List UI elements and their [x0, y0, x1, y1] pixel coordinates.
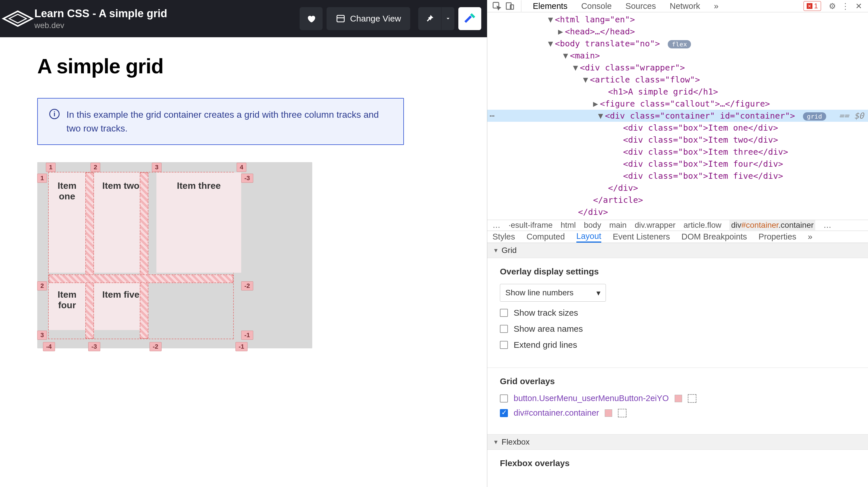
subtabs-overflow-button[interactable]: »	[808, 231, 812, 243]
header-titles: Learn CSS - A simple grid web.dev	[34, 7, 296, 30]
codepen-header: Learn CSS - A simple grid web.dev Change…	[0, 0, 487, 37]
overlay-checkbox[interactable]	[500, 409, 508, 417]
grid-line-label: 3	[152, 163, 161, 172]
devtools-top-bar: Elements Console Sources Network » ✕1 ⚙ …	[487, 0, 868, 12]
tab-console[interactable]: Console	[575, 0, 618, 12]
layout-icon	[336, 14, 345, 24]
check-area-names[interactable]: Show area names	[500, 324, 856, 334]
dom-node-selected[interactable]: ⋯ ▼<div class="container" id="container"…	[487, 110, 868, 122]
flexbox-section-header[interactable]: ▼Flexbox	[487, 434, 868, 450]
grid-gap-overlay	[140, 173, 148, 339]
grid-cell[interactable]: Item three	[156, 173, 241, 273]
dom-node[interactable]: <div class="box">Item five</div>	[487, 170, 868, 182]
pin-button[interactable]	[418, 7, 441, 30]
breadcrumb-item[interactable]: …	[823, 220, 831, 230]
color-swatch[interactable]	[675, 395, 682, 402]
tab-sources[interactable]: Sources	[619, 0, 662, 12]
breadcrumb-item[interactable]: ·esult-iframe	[508, 220, 553, 230]
callout-box: i In this example the grid container cre…	[37, 98, 404, 145]
grid-overlays-panel: Grid overlays button.UserMenu_userMenuBu…	[487, 368, 868, 434]
dom-node[interactable]: ▼<main>	[487, 50, 868, 62]
overlay-checkbox[interactable]	[500, 394, 508, 402]
grid-cell[interactable]: Item four	[49, 281, 85, 330]
dom-node[interactable]: ▼<html lang="en">	[487, 13, 868, 26]
breadcrumb-item[interactable]: div.wrapper	[634, 220, 676, 230]
highlight-icon[interactable]	[618, 409, 626, 417]
breadcrumb-item[interactable]: html	[561, 220, 576, 230]
dom-node[interactable]: ▶<figure class="callout">…</figure>	[487, 98, 868, 110]
subtab-properties[interactable]: Properties	[758, 231, 796, 243]
grid-line-label: 2	[91, 163, 100, 172]
overlay-display-settings: Overlay display settings Show line numbe…	[487, 258, 868, 368]
page-author[interactable]: web.dev	[34, 21, 296, 30]
flexbox-section-label: Flexbox	[502, 437, 530, 447]
select-value: Show line numbers	[505, 288, 574, 297]
checkbox[interactable]	[500, 309, 508, 317]
grid-badge[interactable]: grid	[803, 112, 826, 121]
error-count-badge[interactable]: ✕1	[804, 1, 821, 11]
tabs-overflow-button[interactable]: »	[708, 0, 725, 12]
checkbox[interactable]	[500, 325, 508, 333]
heart-button[interactable]	[300, 7, 322, 30]
dom-tree[interactable]: ▼<html lang="en"> ▶<head>…</head> ▼<body…	[487, 12, 868, 220]
dom-node[interactable]: <div class="box">Item one</div>	[487, 122, 868, 134]
dom-node[interactable]: </article>	[487, 194, 868, 206]
line-numbers-select[interactable]: Show line numbers ▾	[500, 284, 606, 302]
dom-node[interactable]: ▼<div class="wrapper">	[487, 62, 868, 73]
dom-node[interactable]: </div>	[487, 206, 868, 218]
dom-breadcrumb[interactable]: … ·esult-iframe html body main div.wrapp…	[487, 220, 868, 231]
styles-subtabs: Styles Computed Layout Event Listeners D…	[487, 231, 868, 243]
tab-elements[interactable]: Elements	[527, 0, 574, 12]
highlight-icon[interactable]	[688, 394, 696, 403]
pin-menu-button[interactable]	[441, 7, 454, 30]
devtools-panel: Elements Console Sources Network » ✕1 ⚙ …	[487, 0, 868, 487]
dom-node[interactable]: </div>	[487, 182, 868, 194]
grid-demo-container[interactable]: Item one Item two Item three Item four I…	[37, 162, 312, 348]
dom-node[interactable]: <h1>A simple grid</h1>	[487, 86, 868, 98]
flex-badge[interactable]: flex	[668, 40, 691, 49]
grid-line-label: 4	[237, 163, 246, 172]
subtab-dom-breakpoints[interactable]: DOM Breakpoints	[682, 231, 747, 243]
overlay-item: div#container.container	[500, 408, 856, 418]
overlay-name[interactable]: button.UserMenu_userMenuButton-2eiYO	[514, 394, 669, 403]
subtab-event-listeners[interactable]: Event Listeners	[613, 231, 670, 243]
breadcrumb-item[interactable]: …	[492, 220, 500, 230]
breadcrumb-item-selected[interactable]: div#container.container	[730, 220, 815, 230]
overlay-name[interactable]: div#container.container	[514, 408, 599, 418]
chevron-down-icon: ▾	[596, 288, 600, 298]
settings-icon[interactable]: ⚙	[826, 0, 838, 12]
inspect-icon[interactable]	[491, 0, 503, 12]
checkbox[interactable]	[500, 341, 508, 349]
subtab-computed[interactable]: Computed	[527, 231, 565, 243]
grid-gap-overlay	[85, 173, 94, 339]
grid-line-label: -2	[150, 342, 161, 351]
dom-node[interactable]: <div class="box">Item two</div>	[487, 134, 868, 146]
grid-gap-overlay	[49, 274, 233, 283]
subtab-styles[interactable]: Styles	[492, 231, 515, 243]
arrow-icon	[463, 12, 477, 26]
close-devtools-icon[interactable]: ✕	[852, 0, 865, 12]
breadcrumb-item[interactable]: body	[584, 220, 601, 230]
codepen-logo-icon[interactable]	[2, 10, 34, 27]
grid-cell[interactable]: Item one	[49, 173, 85, 273]
subtab-layout[interactable]: Layout	[577, 231, 601, 243]
dom-node[interactable]: ▼<article class="flow">	[487, 73, 868, 86]
tab-network[interactable]: Network	[663, 0, 707, 12]
grid-line-label: 3	[37, 331, 47, 340]
color-swatch[interactable]	[605, 409, 612, 417]
grid-section-header[interactable]: ▼Grid	[487, 243, 868, 258]
check-track-sizes[interactable]: Show track sizes	[500, 308, 856, 318]
change-view-button[interactable]: Change View	[327, 7, 410, 30]
dom-node[interactable]: <div class="box">Item three</div>	[487, 146, 868, 158]
breadcrumb-item[interactable]: article.flow	[683, 220, 721, 230]
breadcrumb-item[interactable]: main	[609, 220, 627, 230]
dom-node[interactable]: ▼<body translate="no"> flex	[487, 37, 868, 50]
checkbox-label: Extend grid lines	[514, 340, 577, 350]
dom-node[interactable]: <div class="box">Item four</div>	[487, 158, 868, 170]
svg-rect-0	[337, 16, 344, 22]
extra-action-button[interactable]	[458, 7, 481, 30]
dom-node[interactable]: ▶<head>…</head>	[487, 26, 868, 37]
device-toggle-icon[interactable]	[504, 0, 516, 12]
kebab-menu-icon[interactable]: ⋮	[839, 0, 851, 12]
check-extend-lines[interactable]: Extend grid lines	[500, 340, 856, 350]
